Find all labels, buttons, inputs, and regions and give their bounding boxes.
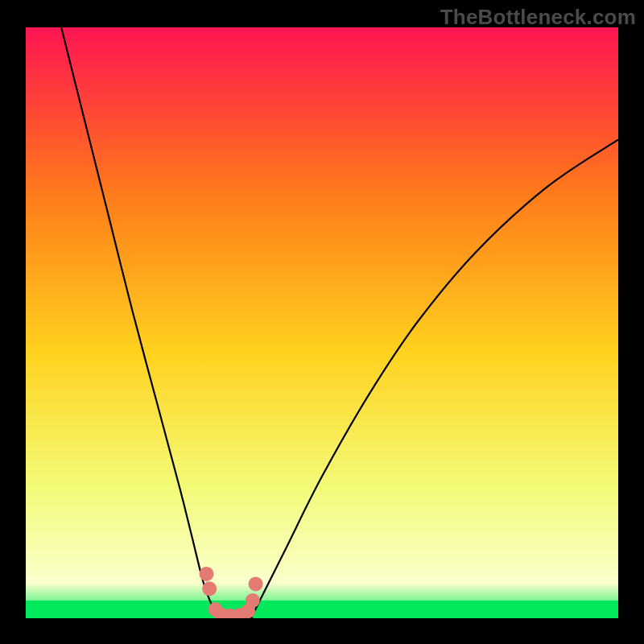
data-marker xyxy=(202,581,217,596)
chart-frame: TheBottleneck.com xyxy=(0,0,644,644)
plot-background xyxy=(26,27,618,618)
green-baseline xyxy=(26,601,618,618)
data-marker xyxy=(246,593,260,608)
data-marker xyxy=(249,576,263,591)
bottleneck-chart xyxy=(0,0,644,644)
watermark-text: TheBottleneck.com xyxy=(440,5,636,30)
data-marker xyxy=(199,567,213,581)
